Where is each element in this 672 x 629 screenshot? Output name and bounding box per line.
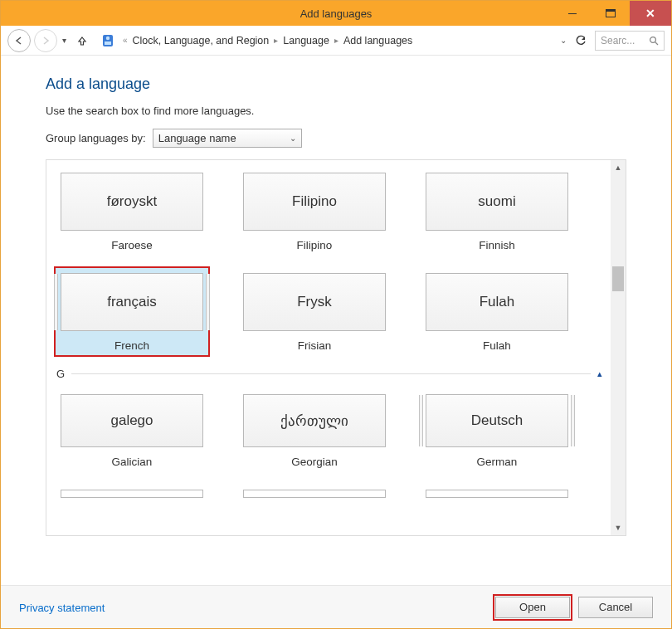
- control-panel-icon: [100, 32, 116, 49]
- language-label: French: [114, 339, 149, 352]
- minimize-button[interactable]: ─: [553, 1, 592, 26]
- language-item-finnish[interactable]: suomi Finnish: [420, 167, 574, 256]
- nav-up-button[interactable]: [76, 35, 88, 46]
- scroll-down-button[interactable]: ▼: [611, 520, 626, 535]
- language-item-partial[interactable]: [55, 484, 209, 502]
- language-grid-g: galego Galician ქართული Georgian Deutsch…: [55, 388, 602, 502]
- titlebar: Add languages ─ ✕: [1, 1, 671, 26]
- footer: Privacy statement Open Cancel: [1, 585, 671, 628]
- language-label: Fulah: [483, 339, 511, 352]
- close-button[interactable]: ✕: [630, 1, 671, 26]
- language-tile: [243, 490, 386, 498]
- breadcrumb-item[interactable]: Clock, Language, and Region: [133, 35, 270, 46]
- language-list: føroyskt Faroese Filipino Filipino suomi…: [46, 159, 626, 536]
- language-item-partial[interactable]: [237, 484, 392, 502]
- scroll-up-button[interactable]: ▲: [611, 160, 626, 175]
- breadcrumb[interactable]: « Clock, Language, and Region ▸ Language…: [123, 35, 557, 46]
- nav-history-dropdown[interactable]: ▾: [62, 36, 66, 45]
- breadcrumb-prefix: «: [123, 36, 128, 45]
- group-by-label: Group languages by:: [46, 132, 146, 144]
- svg-rect-4: [105, 41, 111, 45]
- content-area: Add a language Use the search box to fin…: [1, 56, 671, 585]
- language-tile: Filipino: [243, 173, 386, 231]
- language-tile: Deutsch: [426, 394, 568, 447]
- section-header-g[interactable]: G ▴: [56, 368, 602, 380]
- maximize-button[interactable]: [592, 1, 630, 26]
- nav-forward-button[interactable]: [34, 29, 57, 52]
- search-input[interactable]: Searc...: [595, 31, 665, 51]
- page-heading: Add a language: [46, 76, 626, 93]
- refresh-button[interactable]: [575, 35, 587, 46]
- section-divider: [71, 373, 591, 374]
- window: Add languages ─ ✕ ▾ « Clo: [0, 0, 672, 629]
- language-list-body: føroyskt Faroese Filipino Filipino suomi…: [46, 160, 611, 535]
- section-letter: G: [56, 368, 65, 380]
- svg-point-3: [106, 36, 110, 39]
- chevron-down-icon: ⌄: [290, 134, 296, 143]
- language-tile: suomi: [426, 173, 568, 231]
- language-label: Faroese: [111, 239, 153, 251]
- language-tile: français: [61, 273, 203, 331]
- nav-tail: ⌄ Searc...: [560, 31, 665, 51]
- group-by-value: Language name: [158, 132, 236, 144]
- page-hint: Use the search box to find more language…: [46, 105, 626, 117]
- collapse-icon: ▴: [597, 368, 602, 379]
- language-tile: ქართული: [243, 394, 386, 447]
- cancel-button[interactable]: Cancel: [578, 597, 653, 618]
- privacy-link[interactable]: Privacy statement: [19, 602, 105, 614]
- language-label: German: [477, 456, 518, 468]
- chevron-right-icon: ▸: [334, 36, 338, 45]
- scrollbar[interactable]: ▲ ▼: [611, 160, 626, 535]
- language-label: Finnish: [479, 239, 515, 251]
- search-placeholder: Searc...: [601, 35, 635, 46]
- language-label: Filipino: [297, 239, 333, 251]
- language-tile: [61, 490, 203, 498]
- language-item-georgian[interactable]: ქართული Georgian: [237, 388, 392, 472]
- language-item-partial[interactable]: [420, 484, 574, 502]
- open-button[interactable]: Open: [495, 597, 570, 618]
- language-item-french[interactable]: français French: [55, 267, 209, 356]
- breadcrumb-item[interactable]: Language: [283, 35, 329, 46]
- svg-line-6: [655, 42, 658, 45]
- language-item-filipino[interactable]: Filipino Filipino: [237, 167, 392, 256]
- group-by-dropdown[interactable]: Language name ⌄: [153, 129, 302, 148]
- svg-point-5: [650, 37, 656, 42]
- language-tile: Frysk: [243, 273, 386, 331]
- nav-back-button[interactable]: [7, 29, 31, 52]
- language-label: Georgian: [291, 456, 338, 468]
- language-tile: galego: [61, 394, 203, 447]
- breadcrumb-item[interactable]: Add languages: [343, 35, 412, 46]
- svg-rect-1: [606, 10, 616, 12]
- language-label: Frisian: [298, 339, 332, 352]
- search-icon: [649, 36, 659, 46]
- language-label: Galician: [112, 456, 153, 468]
- language-item-german[interactable]: Deutsch German: [420, 388, 574, 472]
- window-controls: ─ ✕: [553, 1, 671, 26]
- address-dropdown[interactable]: ⌄: [560, 36, 567, 45]
- language-item-fulah[interactable]: Fulah Fulah: [420, 267, 574, 356]
- language-item-galician[interactable]: galego Galician: [55, 388, 209, 472]
- language-tile: [426, 490, 568, 498]
- language-item-frisian[interactable]: Frysk Frisian: [237, 267, 392, 356]
- language-item-faroese[interactable]: føroyskt Faroese: [55, 167, 209, 256]
- language-tile: Fulah: [426, 273, 568, 331]
- nav-bar: ▾ « Clock, Language, and Region ▸ Langua…: [1, 26, 671, 56]
- chevron-right-icon: ▸: [274, 36, 278, 45]
- language-grid-f: føroyskt Faroese Filipino Filipino suomi…: [55, 167, 602, 356]
- scroll-thumb[interactable]: [612, 266, 624, 291]
- language-tile: føroyskt: [61, 173, 203, 231]
- group-by-row: Group languages by: Language name ⌄: [46, 129, 626, 148]
